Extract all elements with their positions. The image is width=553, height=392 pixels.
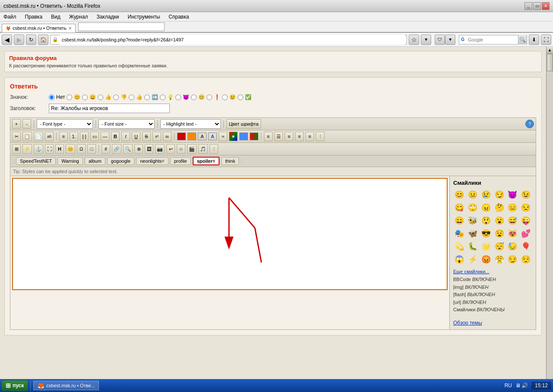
smiley-item[interactable]: 😢 bbox=[480, 189, 492, 201]
fullscreen2-icon[interactable]: ⛶ bbox=[45, 144, 54, 154]
menu-file[interactable]: Файл bbox=[2, 13, 18, 21]
smiley-item[interactable]: 😱 bbox=[453, 253, 465, 266]
special-char-icon[interactable]: Ω bbox=[77, 144, 86, 154]
font-type-select[interactable]: - Font type - bbox=[37, 119, 93, 129]
dropdown-arrow[interactable]: ▼ bbox=[445, 35, 455, 45]
align-left-icon[interactable]: ≡ bbox=[264, 132, 273, 141]
textbox-icon[interactable]: ⊞ bbox=[12, 144, 21, 154]
highlight-select[interactable]: - Highlight text - bbox=[160, 119, 221, 129]
smiley-item[interactable]: 😮 bbox=[493, 215, 505, 227]
menu-edit[interactable]: Правка bbox=[23, 13, 44, 21]
icon-none-radio[interactable] bbox=[49, 95, 54, 100]
star-icon[interactable]: ☆ bbox=[409, 35, 419, 45]
shield-icon[interactable]: 🛡 bbox=[435, 35, 445, 45]
icon-10-radio[interactable] bbox=[207, 95, 212, 100]
smiley-item[interactable]: 🐛 bbox=[467, 240, 479, 253]
smiley-item[interactable]: 💫 bbox=[453, 240, 465, 253]
list-ordered-icon[interactable]: 1. bbox=[70, 132, 78, 141]
bold-button[interactable]: B bbox=[111, 132, 120, 141]
image2-icon[interactable]: 📷 bbox=[155, 144, 165, 154]
style-tag-neonlights[interactable]: neonlights= bbox=[136, 157, 168, 165]
flash-icon[interactable]: ⚡ bbox=[22, 144, 32, 154]
paste-text-icon[interactable]: ab bbox=[45, 132, 54, 141]
smiley-item[interactable]: 🐝 bbox=[467, 215, 479, 227]
find-icon[interactable]: ⊕ bbox=[134, 144, 143, 154]
smiley-item[interactable]: 🎭 bbox=[453, 228, 465, 240]
smiley-item[interactable]: ⚡ bbox=[467, 253, 479, 266]
smiley-item[interactable]: 😻 bbox=[506, 228, 518, 240]
taskbar-firefox-item[interactable]: 🦊 csbest.msk.ru • Отве... bbox=[33, 381, 99, 390]
icon-1-radio[interactable] bbox=[67, 95, 72, 100]
palette-icon[interactable]: ■ bbox=[229, 132, 238, 141]
smiley-item[interactable]: 😏 bbox=[506, 253, 518, 266]
subscript-icon[interactable]: x₂ bbox=[163, 132, 172, 141]
color-text-a2[interactable]: A bbox=[208, 133, 217, 140]
add-button[interactable]: + bbox=[12, 119, 21, 129]
search-input[interactable] bbox=[466, 36, 518, 43]
smiley-item[interactable]: 😓 bbox=[506, 240, 518, 253]
smiley-item[interactable]: 😑 bbox=[506, 202, 518, 214]
smiley-item[interactable]: 😉 bbox=[520, 189, 532, 201]
style-tag-album[interactable]: album bbox=[85, 157, 105, 165]
smiley-item[interactable]: 😋 bbox=[453, 202, 465, 214]
smiley-item[interactable]: 😧 bbox=[493, 228, 505, 240]
minimize-button[interactable]: _ bbox=[524, 2, 532, 10]
smiley-item[interactable]: 😲 bbox=[480, 215, 492, 227]
indent-icon[interactable]: [·] bbox=[80, 132, 89, 141]
color-orange[interactable] bbox=[188, 133, 196, 140]
image-icon[interactable]: 🖼 bbox=[145, 144, 153, 154]
menu-help[interactable]: Справка bbox=[167, 13, 191, 21]
more-smileys-link[interactable]: Еще смайлики... bbox=[453, 269, 532, 274]
smiley-item[interactable]: 😴 bbox=[493, 240, 505, 253]
icon-12-radio[interactable] bbox=[238, 95, 243, 100]
preview-icon[interactable]: □ bbox=[87, 144, 96, 154]
smiley-item[interactable]: 💕 bbox=[520, 228, 532, 240]
menu-bookmarks[interactable]: Закладки bbox=[95, 13, 121, 21]
restore-button[interactable]: ▭ bbox=[533, 2, 541, 10]
style-tag-spoiler[interactable]: spoiler= bbox=[193, 157, 220, 165]
icon-9-radio[interactable] bbox=[191, 95, 197, 100]
header-input[interactable] bbox=[49, 104, 170, 113]
menu-journal[interactable]: Журнал bbox=[67, 13, 90, 21]
smiley-item[interactable]: 😜 bbox=[520, 215, 532, 227]
smiley-item[interactable]: 🦋 bbox=[467, 228, 479, 240]
back-button[interactable]: ◀ bbox=[2, 35, 12, 45]
color-multi[interactable] bbox=[250, 133, 258, 140]
align-center-icon[interactable]: ☰ bbox=[274, 132, 283, 141]
hr-icon[interactable]: — bbox=[101, 132, 109, 141]
star2-icon[interactable]: ☆ bbox=[177, 144, 185, 154]
theme-review-link[interactable]: Обзор темы bbox=[453, 320, 532, 326]
reload-button[interactable]: ↻ bbox=[26, 35, 36, 45]
superscript-icon[interactable]: x² bbox=[153, 132, 161, 141]
icon-6-radio[interactable] bbox=[144, 95, 150, 100]
italic-button[interactable]: I bbox=[121, 132, 130, 141]
anchor-icon[interactable]: ⚓ bbox=[34, 144, 43, 154]
smiley-item[interactable]: 😅 bbox=[506, 215, 518, 227]
style-tag-profile[interactable]: profile bbox=[170, 157, 191, 165]
copy-icon[interactable]: 📋 bbox=[22, 132, 32, 141]
wave-icon[interactable]: ≈ bbox=[219, 132, 227, 141]
color-red[interactable] bbox=[177, 133, 186, 140]
menu-view[interactable]: Вид bbox=[49, 13, 62, 21]
icon-11-radio[interactable] bbox=[222, 95, 228, 100]
smiley-item[interactable]: 😌 bbox=[520, 253, 532, 266]
search-button[interactable]: 🔍 bbox=[518, 35, 527, 44]
paste-icon[interactable]: 📄 bbox=[34, 132, 43, 141]
cut-icon[interactable]: ✂ bbox=[12, 132, 21, 141]
scroll-thumb[interactable] bbox=[547, 54, 553, 71]
smiley-item[interactable]: 😈 bbox=[506, 189, 518, 201]
icon-3-radio[interactable] bbox=[98, 95, 103, 100]
code-icon[interactable]: # bbox=[102, 144, 110, 154]
smiley-item[interactable]: 🎈 bbox=[520, 240, 532, 253]
icon-8-radio[interactable] bbox=[175, 95, 181, 100]
active-tab[interactable]: 🦊 csbest.msk.ru • Ответить ✕ bbox=[2, 24, 76, 32]
smiley-item[interactable]: 😠 bbox=[480, 202, 492, 214]
style-tag-think[interactable]: think bbox=[221, 157, 239, 165]
strikethrough-icon[interactable]: S bbox=[142, 132, 151, 141]
scroll-up-button[interactable]: ▲ bbox=[547, 47, 553, 54]
download-icon[interactable]: ⬇ bbox=[529, 35, 539, 45]
icon-5-radio[interactable] bbox=[129, 95, 134, 100]
icon-7-radio[interactable] bbox=[160, 95, 165, 100]
font-color-button[interactable]: Цвет шрифта bbox=[226, 119, 261, 129]
close-button[interactable]: ✕ bbox=[542, 2, 550, 10]
